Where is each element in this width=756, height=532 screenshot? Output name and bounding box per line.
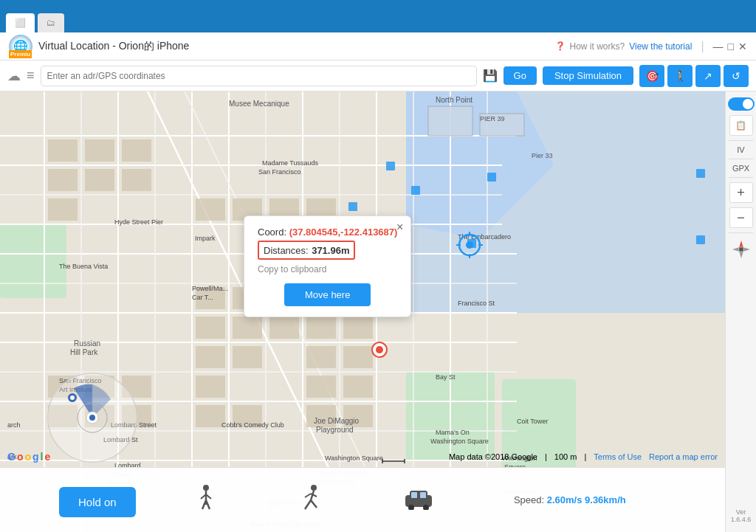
svg-rect-154 xyxy=(420,492,426,498)
svg-marker-158 xyxy=(739,251,743,258)
run-speed-option[interactable] xyxy=(298,484,324,517)
svg-text:Car T...: Car T... xyxy=(192,294,213,301)
svg-rect-58 xyxy=(306,376,336,398)
svg-rect-32 xyxy=(48,139,78,162)
speed-value: 2.60m/s 9.36km/h xyxy=(547,494,626,505)
svg-marker-159 xyxy=(732,247,740,252)
iv-button[interactable]: IV xyxy=(729,145,754,154)
toggle-switch[interactable] xyxy=(728,97,755,111)
svg-rect-153 xyxy=(411,492,417,498)
sidebar-divider-1 xyxy=(729,140,753,141)
svg-text:North Point: North Point xyxy=(436,96,472,104)
svg-text:San Francisco: San Francisco xyxy=(258,168,301,176)
close-button[interactable]: ✕ xyxy=(738,41,747,52)
svg-text:Bay St: Bay St xyxy=(436,373,456,381)
list-icon[interactable]: ≡ xyxy=(27,68,35,83)
svg-rect-33 xyxy=(85,139,114,162)
svg-rect-37 xyxy=(122,169,151,191)
hold-on-button[interactable]: Hold on xyxy=(59,487,136,517)
minimize-button[interactable]: — xyxy=(713,41,724,52)
svg-rect-52 xyxy=(343,317,373,339)
app-icon: 🌐 Premiu xyxy=(9,35,32,58)
svg-rect-66 xyxy=(196,405,225,427)
svg-point-138 xyxy=(203,485,209,491)
svg-text:ark: ark xyxy=(7,453,17,460)
title-bar-left: 🌐 Premiu Virtual Location - Orion的 iPhon… xyxy=(9,35,555,58)
svg-rect-50 xyxy=(269,317,299,339)
svg-point-161 xyxy=(739,247,743,252)
svg-text:Pier 33: Pier 33 xyxy=(532,152,553,159)
svg-line-149 xyxy=(305,500,311,509)
svg-rect-119 xyxy=(696,235,705,244)
svg-text:Cobb's Comedy Club: Cobb's Comedy Club xyxy=(221,421,284,429)
gpx-button[interactable]: GPX xyxy=(729,164,754,173)
coord-input[interactable] xyxy=(41,66,477,86)
svg-text:Playground: Playground xyxy=(316,426,354,434)
svg-line-150 xyxy=(311,500,317,508)
svg-marker-157 xyxy=(739,241,743,248)
compass xyxy=(44,370,140,466)
coord-value: (37.804545,-122.413687) xyxy=(289,227,398,238)
svg-rect-53 xyxy=(196,346,225,368)
zoom-in-button[interactable]: + xyxy=(729,182,753,203)
svg-text:Powell/Ma...: Powell/Ma... xyxy=(192,285,228,292)
popup-coordinates: Coord: (37.804545,-122.413687) xyxy=(258,227,397,238)
walk-speed-option[interactable] xyxy=(195,484,217,517)
svg-text:Joe DiMaggio: Joe DiMaggio xyxy=(314,417,360,425)
svg-text:Musee Mecanique: Musee Mecanique xyxy=(229,100,289,108)
location-popup: × Coord: (37.804545,-122.413687) Distanc… xyxy=(244,215,411,317)
map-area[interactable]: North Point PIER 39 Pier 33 The Embarcad… xyxy=(0,91,725,532)
popup-close-button[interactable]: × xyxy=(396,221,403,234)
svg-rect-115 xyxy=(487,173,496,182)
svg-text:Coit Tower: Coit Tower xyxy=(517,418,548,425)
maximize-button[interactable]: □ xyxy=(728,41,734,52)
svg-text:Hill Park: Hill Park xyxy=(70,348,98,356)
joystick-mode-button[interactable]: ↺ xyxy=(724,65,749,87)
svg-marker-160 xyxy=(743,247,750,252)
stop-simulation-button[interactable]: Stop Simulation xyxy=(543,66,633,85)
window-title: Virtual Location - Orion的 iPhone xyxy=(38,40,189,53)
drive-speed-option[interactable] xyxy=(404,488,433,513)
sidebar-divider-2 xyxy=(729,159,753,159)
svg-point-121 xyxy=(466,241,473,249)
map-tab[interactable]: 🗂 xyxy=(38,13,64,32)
svg-rect-59 xyxy=(343,376,373,398)
svg-rect-55 xyxy=(306,346,336,368)
svg-text:arch: arch xyxy=(7,421,21,429)
cloud-icon[interactable]: ☁ xyxy=(7,68,21,84)
svg-rect-54 xyxy=(233,346,262,368)
sidebar-divider-3 xyxy=(729,177,753,178)
save-icon[interactable]: 💾 xyxy=(483,69,498,83)
svg-point-137 xyxy=(70,395,75,400)
go-button[interactable]: Go xyxy=(504,66,537,85)
speed-text: Speed: 2.60m/s 9.36km/h xyxy=(514,494,626,505)
copy-clipboard-link[interactable]: Copy to clipboard xyxy=(258,264,397,274)
copy-sidebar-button[interactable]: 📋 xyxy=(729,115,753,136)
svg-text:PIER 39: PIER 39 xyxy=(480,115,505,122)
distance-value: 371.96m xyxy=(312,245,349,256)
move-here-button[interactable]: Move here xyxy=(284,283,371,306)
location-mode-button[interactable]: 🎯 xyxy=(639,65,664,87)
svg-rect-35 xyxy=(48,169,78,191)
svg-rect-51 xyxy=(306,317,336,339)
walk-mode-button[interactable]: 🚶 xyxy=(667,65,693,87)
svg-rect-34 xyxy=(122,139,151,162)
svg-text:Washington: Washington xyxy=(502,455,537,462)
compass-rose-button[interactable] xyxy=(729,238,753,261)
svg-text:The Buena Vista: The Buena Vista xyxy=(59,263,108,270)
svg-text:Hyde Street Pier: Hyde Street Pier xyxy=(114,218,163,226)
zoom-out-button[interactable]: − xyxy=(729,207,753,228)
version-text: Ver 1.6.4.6 xyxy=(726,505,756,526)
svg-rect-113 xyxy=(411,186,420,195)
svg-rect-3 xyxy=(0,224,66,298)
svg-marker-144 xyxy=(203,500,209,505)
route-mode-button[interactable]: ↗ xyxy=(695,65,721,87)
svg-text:Francisco St: Francisco St xyxy=(458,300,495,307)
screenshot-tab[interactable]: ⬜ xyxy=(6,13,35,32)
tutorial-link[interactable]: View the tutorial xyxy=(629,41,692,52)
how-works-text: ❓ xyxy=(555,41,566,51)
svg-rect-56 xyxy=(343,346,373,368)
sidebar-divider-4 xyxy=(729,232,753,233)
svg-text:Madame Tussauds: Madame Tussauds xyxy=(262,159,319,167)
svg-line-147 xyxy=(305,494,311,497)
